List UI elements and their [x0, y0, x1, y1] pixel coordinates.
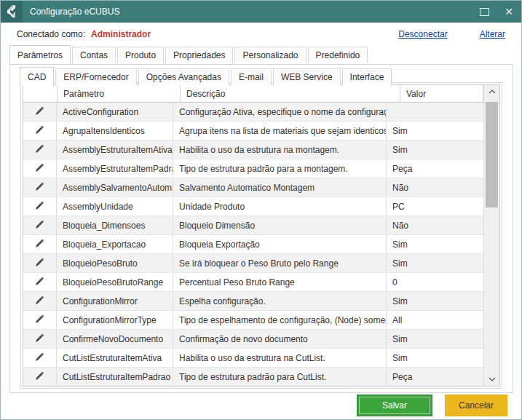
edit-pencil-icon[interactable] — [34, 276, 45, 289]
parameter-value: All — [387, 311, 483, 330]
parameter-row[interactable]: AssemblyEstruturaItemPadrao Tipo de estr… — [23, 159, 483, 178]
scroll-up-icon[interactable] — [484, 85, 499, 98]
parameter-row[interactable]: AssemblyUnidade Unidade Produto PC — [23, 197, 483, 216]
parameter-name: CutListEstruturaItemPadrao — [57, 368, 173, 386]
tab-propriedades[interactable]: Propriedades — [165, 47, 233, 63]
scrollbar-thumb[interactable] — [486, 102, 498, 207]
edit-pencil-icon[interactable] — [34, 257, 45, 270]
parameter-description: Espelha configuração. — [173, 292, 387, 311]
tab-produto[interactable]: Produto — [117, 47, 164, 63]
parameter-row[interactable]: ConfigurationMirror Espelha configuração… — [23, 292, 483, 311]
parameter-description: Percentual Peso Bruto Range — [173, 273, 387, 292]
parametros-tab-page: CADERP/FornecedorOpções AvançadasE-mailW… — [9, 64, 513, 393]
parameter-value — [387, 103, 483, 122]
grid-header-descricao: Descrição — [181, 85, 400, 102]
parameter-row[interactable]: CutListEstruturaItemPadrao Tipo de estru… — [23, 368, 483, 386]
parameter-description: Configuração Ativa, especifique o nome d… — [173, 103, 387, 122]
parameter-description: Agrupa itens na lista de materiais que s… — [173, 122, 387, 140]
parameter-row[interactable]: ConfirmeNovoDocumento Confirmação de nov… — [23, 330, 483, 349]
tab-e-mail[interactable]: E-mail — [231, 68, 272, 85]
edit-pencil-icon[interactable] — [34, 238, 45, 251]
parameter-row[interactable]: ActiveConfiguration Configuração Ativa, … — [23, 103, 483, 122]
parameter-row[interactable]: AgrupaItensIdenticos Agrupa itens na lis… — [23, 122, 483, 140]
secondary-tab-strip: CADERP/FornecedorOpções AvançadasE-mailW… — [20, 67, 513, 85]
parameter-name: CutListEstruturaItemAtiva — [57, 349, 173, 368]
connected-user: Administrador — [91, 29, 151, 39]
parameter-name: ConfirmeNovoDocumento — [57, 330, 173, 349]
parameter-name: AssemblyUnidade — [57, 197, 173, 216]
tab-contas[interactable]: Contas — [72, 47, 116, 63]
parameter-value: Sim — [387, 349, 483, 368]
app-logo-icon — [1, 1, 23, 23]
parameter-value: Sim — [387, 140, 483, 159]
parameter-name: AssemblySalvamentoAutomatico — [57, 178, 173, 197]
tab-interface[interactable]: Interface — [342, 68, 392, 85]
edit-pencil-icon[interactable] — [34, 314, 45, 327]
edit-pencil-icon[interactable] — [34, 371, 45, 384]
title-bar: Configuração eCUBUS ✕ — [1, 1, 521, 23]
cad-tab-page: Parâmetro Descrição Valor ActiveConfigur… — [20, 82, 502, 389]
parameter-row[interactable]: AssemblyEstruturaItemAtiva Habilita o us… — [23, 140, 483, 159]
grid-header-parametro: Parâmetro — [58, 85, 181, 102]
parameter-name: AssemblyEstruturaItemAtiva — [57, 140, 173, 159]
parameter-description: Salvamento Automatico Montagem — [173, 178, 387, 197]
cancel-button[interactable]: Cancelar — [445, 395, 507, 416]
parameter-value: Sim — [387, 235, 483, 254]
footer-buttons: Salvar Cancelar — [357, 395, 507, 416]
grid-header-valor: Valor — [400, 85, 483, 102]
parameter-value: PC — [387, 197, 483, 216]
edit-pencil-icon[interactable] — [34, 333, 45, 346]
change-user-link[interactable]: Alterar — [480, 29, 505, 39]
edit-pencil-icon[interactable] — [34, 219, 45, 232]
parameter-row[interactable]: BloqueioPesoBruto Se irá bloquear o Peso… — [23, 254, 483, 273]
parameter-name: ConfigurationMirrorType — [57, 311, 173, 330]
maximize-button[interactable] — [472, 1, 497, 23]
edit-pencil-icon[interactable] — [34, 200, 45, 213]
parameter-row[interactable]: ConfigurationMirrorType Tipo de espelham… — [23, 311, 483, 330]
parameter-row[interactable]: CutListEstruturaItemAtiva Habilita o uso… — [23, 349, 483, 368]
parameter-description: Tipo de estrutura padrão para a montagem… — [173, 159, 387, 178]
grid-body: ActiveConfiguration Configuração Ativa, … — [23, 103, 483, 386]
save-button[interactable]: Salvar — [357, 395, 432, 416]
parameter-row[interactable]: Bloqueia_Exportacao Bloqueia Exportação … — [23, 235, 483, 254]
parameter-description: Tipo de estrutura padrão para CutList. — [173, 368, 387, 386]
tab-erp-fornecedor[interactable]: ERP/Fornecedor — [55, 68, 136, 85]
parameter-value: Não — [387, 178, 483, 197]
edit-pencil-icon[interactable] — [34, 295, 45, 308]
parameter-row[interactable]: Bloqueia_Dimensoes Bloqueio Dimensão Não — [23, 216, 483, 235]
parameter-value: Sim — [387, 122, 483, 140]
edit-pencil-icon[interactable] — [34, 162, 45, 175]
edit-pencil-icon[interactable] — [34, 143, 45, 156]
edit-pencil-icon[interactable] — [34, 181, 45, 194]
tab-par-metros[interactable]: Parâmetros — [9, 45, 71, 64]
parameter-value: Peça — [387, 159, 483, 178]
tab-personalizado[interactable]: Personalizado — [234, 47, 306, 63]
tab-op-es-avan-adas[interactable]: Opções Avançadas — [138, 68, 229, 85]
connection-bar: Conectado como: Administrador Desconecta… — [1, 23, 521, 44]
scroll-down-icon[interactable] — [484, 373, 499, 386]
parameter-value: Sim — [387, 330, 483, 349]
parameter-name: BloqueioPesoBrutoRange — [57, 273, 173, 292]
disconnect-link[interactable]: Desconectar — [398, 29, 447, 39]
parameter-name: AgrupaItensIdenticos — [57, 122, 173, 140]
vertical-scrollbar[interactable] — [483, 85, 499, 386]
parameter-name: ActiveConfiguration — [57, 103, 173, 122]
parameter-name: AssemblyEstruturaItemPadrao — [57, 159, 173, 178]
parameters-grid: Parâmetro Descrição Valor ActiveConfigur… — [23, 84, 500, 387]
parameter-description: Tipo de espelhamento de configuração, (N… — [173, 311, 387, 330]
scrollbar-track[interactable] — [484, 98, 499, 373]
tab-cad[interactable]: CAD — [20, 67, 54, 86]
parameter-value: Sim — [387, 254, 483, 273]
close-button[interactable]: ✕ — [497, 1, 521, 23]
primary-tab-strip: ParâmetrosContasProdutoPropriedadesPerso… — [9, 45, 521, 63]
parameter-description: Bloqueio Dimensão — [173, 216, 387, 235]
tab-predefinido[interactable]: Predefinido — [308, 47, 368, 63]
parameter-row[interactable]: BloqueioPesoBrutoRange Percentual Peso B… — [23, 273, 483, 292]
parameter-row[interactable]: AssemblySalvamentoAutomatico Salvamento … — [23, 178, 483, 197]
tab-web-service[interactable]: WEB Service — [273, 68, 341, 85]
edit-pencil-icon[interactable] — [34, 124, 45, 138]
grid-header-icon-col — [23, 85, 58, 102]
edit-pencil-icon[interactable] — [34, 106, 45, 119]
parameter-name: ConfigurationMirror — [57, 292, 173, 311]
edit-pencil-icon[interactable] — [34, 352, 45, 365]
